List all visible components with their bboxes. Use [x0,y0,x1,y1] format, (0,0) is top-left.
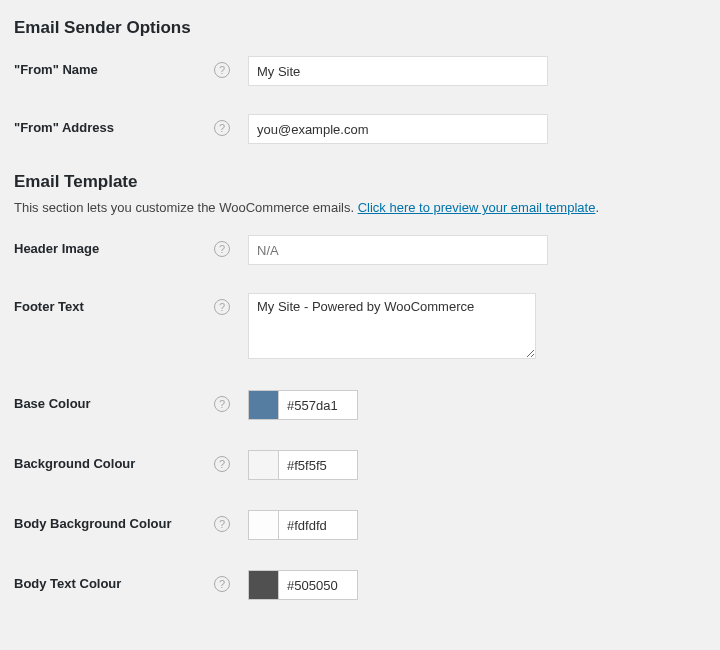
row-body-background-colour: Body Background Colour ? [14,510,706,540]
row-footer-text: Footer Text ? [14,293,706,362]
row-from-address: "From" Address ? [14,114,706,144]
label-from-name: "From" Name [14,56,214,77]
footer-text-input[interactable] [248,293,536,359]
label-base-colour: Base Colour [14,390,214,411]
help-icon[interactable]: ? [214,299,230,315]
help-icon[interactable]: ? [214,241,230,257]
base-colour-swatch[interactable] [248,390,278,420]
row-from-name: "From" Name ? [14,56,706,86]
row-base-colour: Base Colour ? [14,390,706,420]
help-icon[interactable]: ? [214,516,230,532]
body-text-colour-swatch[interactable] [248,570,278,600]
from-address-input[interactable] [248,114,548,144]
label-from-address: "From" Address [14,114,214,135]
label-header-image: Header Image [14,235,214,256]
help-icon[interactable]: ? [214,120,230,136]
help-icon[interactable]: ? [214,576,230,592]
from-name-input[interactable] [248,56,548,86]
body-background-colour-input[interactable] [279,512,351,538]
help-icon[interactable]: ? [214,62,230,78]
section-title-sender: Email Sender Options [14,18,706,38]
help-icon[interactable]: ? [214,396,230,412]
row-header-image: Header Image ? [14,235,706,265]
row-body-text-colour: Body Text Colour ? [14,570,706,600]
section-title-template: Email Template [14,172,706,192]
body-text-colour-input[interactable] [279,572,351,598]
label-body-background-colour: Body Background Colour [14,510,214,531]
body-background-colour-swatch[interactable] [248,510,278,540]
template-description: This section lets you customize the WooC… [14,200,706,215]
label-footer-text: Footer Text [14,293,214,314]
template-desc-prefix: This section lets you customize the WooC… [14,200,358,215]
template-desc-suffix: . [595,200,599,215]
label-body-text-colour: Body Text Colour [14,570,214,591]
label-background-colour: Background Colour [14,450,214,471]
background-colour-swatch[interactable] [248,450,278,480]
help-icon[interactable]: ? [214,456,230,472]
header-image-input[interactable] [248,235,548,265]
preview-template-link[interactable]: Click here to preview your email templat… [358,200,596,215]
base-colour-input[interactable] [279,392,351,418]
background-colour-input[interactable] [279,452,351,478]
row-background-colour: Background Colour ? [14,450,706,480]
